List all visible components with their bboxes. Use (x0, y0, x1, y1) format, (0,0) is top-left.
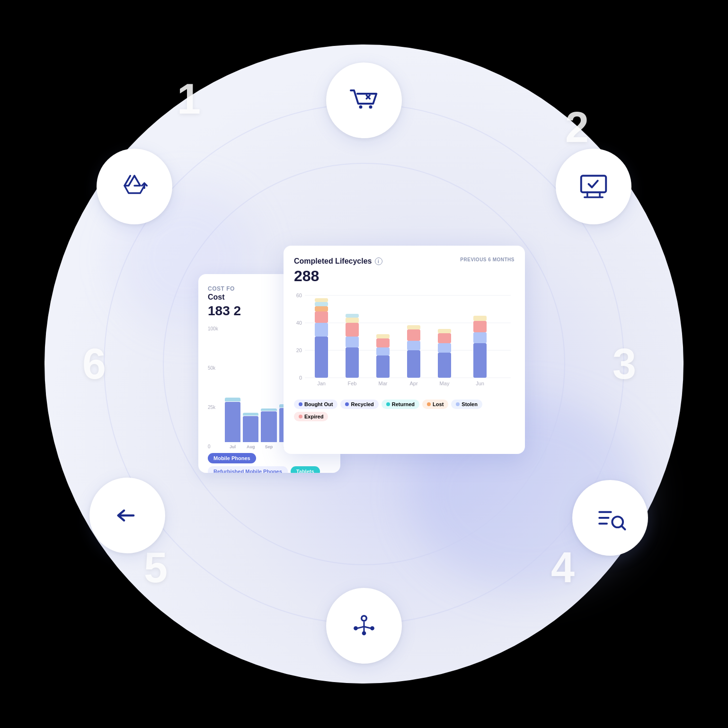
svg-text:Mar: Mar (379, 381, 388, 386)
chart-area: 60 40 20 0 (294, 291, 515, 395)
svg-rect-45 (407, 329, 420, 341)
svg-rect-2 (581, 176, 606, 192)
stolen-label: Stolen (462, 401, 478, 407)
svg-text:Jun: Jun (476, 381, 484, 386)
cost-filter-pills: Mobile Phones Refurbished Mobile Phones … (208, 453, 331, 473)
svg-text:May: May (440, 381, 450, 386)
svg-rect-49 (438, 343, 451, 353)
lost-dot (427, 402, 431, 406)
svg-point-11 (370, 626, 374, 630)
svg-text:Feb: Feb (348, 381, 357, 386)
svg-point-0 (359, 106, 363, 109)
returned-dot (386, 402, 390, 406)
svg-point-9 (363, 617, 366, 620)
lifecycle-chart-svg: 60 40 20 0 (294, 291, 515, 395)
svg-rect-53 (473, 343, 487, 378)
info-icon[interactable]: i (375, 257, 382, 265)
step-6-label: 6 (82, 343, 106, 385)
cost-bar-aug: Aug (243, 326, 258, 449)
expired-dot (299, 415, 302, 418)
svg-rect-34 (346, 323, 359, 337)
step6-recycle-icon-circle[interactable] (97, 149, 172, 224)
svg-line-15 (364, 627, 371, 629)
step-1-label: 1 (177, 78, 201, 120)
svg-rect-46 (407, 325, 420, 329)
step3-search-icon-circle[interactable] (572, 480, 648, 556)
cost-xlabel-jul: Jul (230, 444, 236, 449)
legend-expired[interactable]: Expired (294, 412, 328, 421)
svg-line-7 (622, 526, 625, 530)
svg-point-1 (369, 106, 373, 109)
legend-stolen[interactable]: Stolen (451, 400, 482, 409)
card-header: Completed Lifecycles i 288 PREVIOUS 6 MO… (294, 257, 515, 285)
step-3-label: 3 (613, 343, 636, 385)
cost-seg-sep-2 (261, 408, 276, 411)
step-5-label: 5 (144, 546, 168, 589)
legend-bought-out[interactable]: Bought Out (294, 400, 337, 409)
svg-rect-29 (315, 302, 328, 306)
expired-label: Expired (304, 414, 323, 419)
cost-pill-refurb[interactable]: Refurbished Mobile Phones (208, 466, 288, 473)
stolen-dot (456, 402, 460, 406)
svg-point-12 (362, 631, 366, 635)
period-label: PREVIOUS 6 MONTHS (460, 257, 515, 262)
svg-rect-25 (315, 337, 328, 378)
step-4-label: 4 (551, 546, 575, 589)
svg-rect-43 (407, 350, 420, 378)
step4-gear-person-icon-circle[interactable] (326, 588, 402, 664)
cost-seg-jul-2 (225, 398, 240, 401)
svg-rect-32 (346, 347, 359, 378)
y-100k: 100k (208, 326, 218, 331)
svg-rect-35 (346, 318, 359, 323)
legend-returned[interactable]: Returned (382, 400, 419, 409)
svg-text:0: 0 (299, 375, 302, 381)
svg-line-14 (357, 627, 364, 629)
monitor-check-icon (577, 170, 610, 203)
cost-seg-aug-2 (243, 413, 258, 416)
card-title-row: Completed Lifecycles i (294, 257, 382, 266)
card-title: Completed Lifecycles (294, 257, 372, 266)
lifecycle-card: Completed Lifecycles i 288 PREVIOUS 6 MO… (284, 246, 525, 454)
cost-bar-sep: Sep (261, 326, 276, 449)
cart-icon (347, 84, 381, 117)
outer-circle: 1 2 3 4 5 6 (44, 44, 684, 684)
recycled-label: Recycled (351, 401, 373, 407)
bought-out-dot (299, 402, 302, 406)
svg-point-10 (354, 626, 358, 630)
cost-pill-phones[interactable]: Mobile Phones (208, 453, 256, 463)
recycle-icon (118, 170, 151, 203)
step5-return-icon-circle[interactable] (89, 478, 165, 553)
step-2-label: 2 (565, 106, 589, 149)
legend-recycled[interactable]: Recycled (340, 400, 378, 409)
cost-seg-aug-1 (243, 416, 258, 442)
legend-lost[interactable]: Lost (422, 400, 448, 409)
svg-rect-54 (473, 332, 487, 343)
card-value: 288 (294, 267, 382, 285)
svg-rect-30 (315, 298, 328, 302)
cost-xlabel-aug: Aug (247, 444, 255, 449)
svg-text:40: 40 (296, 320, 302, 326)
y-50k: 50k (208, 365, 218, 371)
cost-seg-jul-1 (225, 402, 240, 442)
bought-out-label: Bought Out (304, 401, 333, 407)
step1-cart-icon-circle[interactable] (326, 62, 402, 138)
cost-pill-tablets[interactable]: Tablets (291, 466, 320, 473)
legend-pills: Bought Out Recycled Returned Lost Stolen (294, 400, 515, 421)
lost-label: Lost (433, 401, 444, 407)
svg-rect-33 (346, 337, 359, 347)
svg-rect-40 (376, 338, 390, 347)
svg-rect-41 (376, 334, 390, 338)
svg-rect-27 (315, 311, 328, 323)
cost-seg-sep-1 (261, 411, 276, 442)
svg-rect-56 (473, 316, 487, 321)
svg-rect-51 (438, 329, 451, 333)
svg-rect-28 (315, 306, 328, 311)
svg-rect-36 (346, 314, 359, 318)
svg-rect-39 (376, 347, 390, 355)
svg-rect-55 (473, 321, 487, 332)
svg-rect-50 (438, 333, 451, 343)
y-25k: 25k (208, 405, 218, 410)
step2-monitor-icon-circle[interactable] (556, 149, 631, 224)
svg-text:Apr: Apr (409, 381, 417, 386)
svg-rect-48 (438, 353, 451, 378)
